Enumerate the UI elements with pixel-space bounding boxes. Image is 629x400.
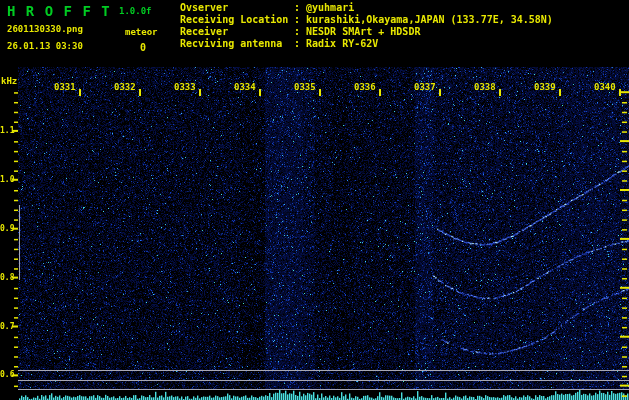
freq-tick-label: 0.7 xyxy=(0,322,14,331)
freq-tick-label: 0.6 xyxy=(0,370,14,379)
datetime-label: 26.01.13 03:30 xyxy=(7,41,83,51)
time-tick-label: 0331 xyxy=(54,82,76,92)
app-title: H R O F F T xyxy=(7,3,111,19)
header-info-row: Receiver: NESDR SMArt + HDSDR xyxy=(180,26,553,38)
header-info-row: Recviving antenna: Radix RY-62V xyxy=(180,38,553,50)
time-tick-label: 0337 xyxy=(414,82,436,92)
mode-label: meteor xyxy=(125,27,158,37)
hrofft-screen: H R O F F T 1.0.0f 2601130330.png meteor… xyxy=(0,0,629,400)
header-info-row: Ovserver: @yuhmari xyxy=(180,2,553,14)
version-label: 1.0.0f xyxy=(119,6,152,16)
freq-tick-label: 1.0 xyxy=(0,175,14,184)
freq-tick-label: 0.9 xyxy=(0,224,14,233)
khz-axis-label: kHz xyxy=(1,76,17,86)
freq-tick-label: 0.8 xyxy=(0,273,14,282)
freq-tick-label: 1.1 xyxy=(0,126,14,135)
info-label: Receiver xyxy=(180,26,294,38)
time-tick-label: 0339 xyxy=(534,82,556,92)
time-tick-label: 0333 xyxy=(174,82,196,92)
info-value: : Radix RY-62V xyxy=(294,38,378,49)
filename-label: 2601130330.png xyxy=(7,24,83,34)
info-label: Recviving antenna xyxy=(180,38,294,50)
spectrogram-canvas xyxy=(0,0,629,400)
time-tick-label: 0336 xyxy=(354,82,376,92)
time-tick-label: 0338 xyxy=(474,82,496,92)
info-label: Receiving Location xyxy=(180,14,294,26)
header-info-row: Receiving Location: kurashiki,Okayama,JA… xyxy=(180,14,553,26)
time-tick-label: 0340 xyxy=(594,82,616,92)
time-tick-label: 0332 xyxy=(114,82,136,92)
info-label: Ovserver xyxy=(180,2,294,14)
time-tick-label: 0334 xyxy=(234,82,256,92)
header-info-block: Ovserver: @yuhmariReceiving Location: ku… xyxy=(180,2,553,50)
info-value: : NESDR SMArt + HDSDR xyxy=(294,26,420,37)
meteor-count: 0 xyxy=(140,42,146,53)
time-tick-label: 0335 xyxy=(294,82,316,92)
info-value: : @yuhmari xyxy=(294,2,354,13)
info-value: : kurashiki,Okayama,JAPAN (133.77E, 34.5… xyxy=(294,14,553,25)
